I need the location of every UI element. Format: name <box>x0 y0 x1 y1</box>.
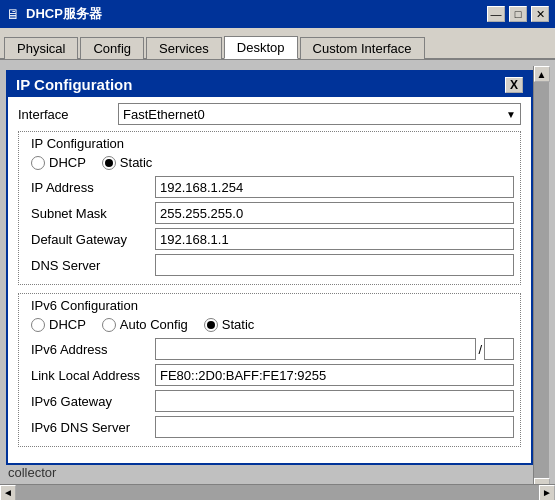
ipv6-dhcp-option[interactable]: DHCP <box>31 317 86 332</box>
dhcp-radio-option[interactable]: DHCP <box>31 155 86 170</box>
title-controls: — □ ✕ <box>487 6 549 22</box>
static-radio-option[interactable]: Static <box>102 155 153 170</box>
ipv6-slash: / <box>478 342 482 357</box>
ipv6-static-circle <box>204 318 218 332</box>
tab-physical[interactable]: Physical <box>4 37 78 59</box>
content-area: IP Configuration X Interface FastEtherne… <box>0 60 555 500</box>
content-with-scroll: IP Configuration X Interface FastEtherne… <box>6 66 549 494</box>
window-title: DHCP服务器 <box>26 5 102 23</box>
link-local-input[interactable] <box>155 364 514 386</box>
ip-config-section: IP Configuration DHCP Static <box>18 131 521 285</box>
link-local-label: Link Local Address <box>25 368 155 383</box>
title-bar-left: 🖥 DHCP服务器 <box>6 5 102 23</box>
dns-server-label: DNS Server <box>25 258 155 273</box>
interface-row: Interface FastEthernet0 ▼ <box>18 103 521 125</box>
ip-radio-row: DHCP Static <box>25 155 514 170</box>
bottom-scrollbar: ◄ ► <box>0 484 555 500</box>
collector-text: collector <box>8 465 56 480</box>
ipv6-prefix-input[interactable] <box>484 338 514 360</box>
maximize-button[interactable]: □ <box>509 6 527 22</box>
default-gateway-label: Default Gateway <box>25 232 155 247</box>
ip-config-section-label: IP Configuration <box>25 136 514 151</box>
ipv6-gateway-row: IPv6 Gateway <box>25 390 514 412</box>
right-scrollbar: ▲ ▼ <box>533 66 549 494</box>
link-local-row: Link Local Address <box>25 364 514 386</box>
ipv6-autoconfig-label: Auto Config <box>120 317 188 332</box>
ipv6-gateway-input[interactable] <box>155 390 514 412</box>
dialog-body: Interface FastEthernet0 ▼ IP Configurati… <box>8 97 531 463</box>
interface-label: Interface <box>18 107 118 122</box>
ip-address-row: IP Address <box>25 176 514 198</box>
app-icon: 🖥 <box>6 6 20 22</box>
main-panel: IP Configuration X Interface FastEtherne… <box>6 66 533 494</box>
dns-server-input[interactable] <box>155 254 514 276</box>
ipv6-address-row: IPv6 Address / <box>25 338 514 360</box>
tab-desktop[interactable]: Desktop <box>224 36 298 59</box>
ipv6-dns-label: IPv6 DNS Server <box>25 420 155 435</box>
ipv6-static-option[interactable]: Static <box>204 317 255 332</box>
ipv6-radio-row: DHCP Auto Config Static <box>25 317 514 332</box>
default-gateway-row: Default Gateway <box>25 228 514 250</box>
interface-select[interactable]: FastEthernet0 ▼ <box>118 103 521 125</box>
interface-value: FastEthernet0 <box>123 107 205 122</box>
ip-config-dialog: IP Configuration X Interface FastEtherne… <box>6 70 533 465</box>
ipv6-gateway-label: IPv6 Gateway <box>25 394 155 409</box>
ip-address-input[interactable] <box>155 176 514 198</box>
dialog-title-bar: IP Configuration X <box>8 72 531 97</box>
scroll-left-button[interactable]: ◄ <box>0 485 16 501</box>
scroll-up-button[interactable]: ▲ <box>534 66 550 82</box>
dns-server-row: DNS Server <box>25 254 514 276</box>
close-window-button[interactable]: ✕ <box>531 6 549 22</box>
scroll-right-button[interactable]: ► <box>539 485 555 501</box>
minimize-button[interactable]: — <box>487 6 505 22</box>
h-scroll-track <box>16 485 539 500</box>
ipv6-autoconfig-option[interactable]: Auto Config <box>102 317 188 332</box>
tab-config[interactable]: Config <box>80 37 144 59</box>
dialog-close-button[interactable]: X <box>505 77 523 93</box>
select-arrow-icon: ▼ <box>506 109 516 120</box>
dhcp-radio-circle <box>31 156 45 170</box>
dialog-title-text: IP Configuration <box>16 76 132 93</box>
default-gateway-input[interactable] <box>155 228 514 250</box>
ipv6-input-group: / <box>155 338 514 360</box>
ip-address-label: IP Address <box>25 180 155 195</box>
static-radio-circle <box>102 156 116 170</box>
ipv6-dns-input[interactable] <box>155 416 514 438</box>
ipv6-dhcp-label: DHCP <box>49 317 86 332</box>
ipv6-dhcp-circle <box>31 318 45 332</box>
ipv6-config-section: IPv6 Configuration DHCP Auto Config <box>18 293 521 447</box>
ipv6-autoconfig-circle <box>102 318 116 332</box>
subnet-mask-label: Subnet Mask <box>25 206 155 221</box>
subnet-mask-row: Subnet Mask <box>25 202 514 224</box>
ipv6-dns-row: IPv6 DNS Server <box>25 416 514 438</box>
ipv6-address-input[interactable] <box>155 338 476 360</box>
tab-custom-interface[interactable]: Custom Interface <box>300 37 425 59</box>
subnet-mask-input[interactable] <box>155 202 514 224</box>
ipv6-address-label: IPv6 Address <box>25 342 155 357</box>
title-bar: 🖥 DHCP服务器 — □ ✕ <box>0 0 555 28</box>
tab-bar: Physical Config Services Desktop Custom … <box>0 28 555 60</box>
dhcp-radio-label: DHCP <box>49 155 86 170</box>
static-radio-label: Static <box>120 155 153 170</box>
ipv6-section-label: IPv6 Configuration <box>25 298 514 313</box>
scroll-track <box>534 82 549 478</box>
tab-services[interactable]: Services <box>146 37 222 59</box>
ipv6-static-label: Static <box>222 317 255 332</box>
